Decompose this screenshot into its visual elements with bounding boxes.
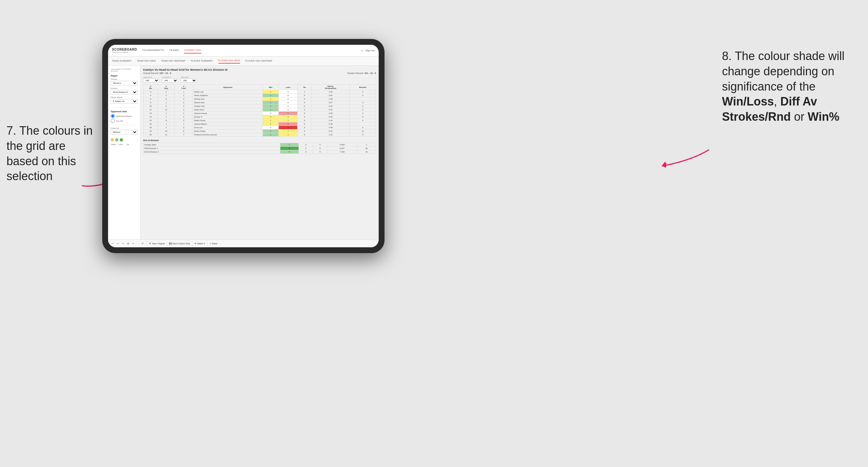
gender-label: Gender — [111, 78, 137, 80]
player-rank-label: Player (Rank) — [111, 96, 137, 98]
dot-button[interactable]: · — [136, 242, 139, 245]
col-div: #Div — [144, 85, 158, 90]
cell-loss: 0 — [299, 147, 313, 150]
h2h-table: #Div #Reg #Conf Opponent Win Loss Tie Di… — [143, 84, 376, 136]
table-row: 16 1 1 Jessica Mason 1 2 0 -0.94 — [144, 122, 376, 126]
cell-rounds: 2 — [357, 143, 376, 147]
radio-opponents-played[interactable]: Opponents Played — [111, 114, 137, 118]
cell-loss: 1 — [279, 119, 298, 122]
conference-select[interactable]: (All) — [162, 79, 178, 83]
cell-opponent: Jessica Huang — [193, 112, 262, 115]
grid-button[interactable]: ⊞ — [126, 242, 130, 246]
cell-opponent: Sydney Kuo — [193, 97, 262, 101]
nav-committee[interactable]: COMMITTEE — [184, 48, 201, 54]
cell-loss: 1 — [279, 129, 298, 133]
watch-action[interactable]: 👁 Watch ▾ — [194, 242, 205, 245]
cell-conf: 6 — [175, 129, 193, 133]
sub-nav-team-summary[interactable]: TEAM SUMMARY — [112, 58, 132, 63]
share-action[interactable]: ↗ Share — [209, 242, 217, 245]
player-rank-select[interactable]: 8. Katelyn Vo — [111, 99, 137, 103]
eye-icon: 👁 — [149, 242, 151, 245]
cell-conf: 3 — [175, 104, 193, 108]
cell-diff: 1.29 — [311, 119, 349, 122]
cell-tie: 0 — [313, 143, 327, 147]
cell-name: Foreign Team — [144, 143, 280, 147]
cell-opponent: Emily Chang — [193, 129, 262, 133]
cell-tie: 0 — [298, 126, 311, 129]
cell-tie: 0 — [298, 97, 311, 101]
tablet-frame: SCOREBOARD Powered by clippd TOURNAMENTS… — [102, 39, 384, 253]
undo-button[interactable]: ↩ — [111, 242, 115, 246]
colour-by-select[interactable]: Win/loss — [111, 130, 137, 134]
cell-tie: 0 — [298, 104, 311, 108]
cell-div: 10 — [144, 104, 158, 108]
col-win: Win — [262, 85, 279, 90]
toolbar-divider-3 — [192, 242, 192, 246]
legend-up-label: Up — [125, 144, 131, 145]
cell-conf: 1 — [175, 90, 193, 94]
sidebar-player-section: Player — [111, 75, 137, 77]
watch-icon: 👁 — [194, 242, 197, 245]
radio-top100[interactable]: Top 100 — [111, 119, 137, 123]
opponents-select[interactable]: (All) — [143, 79, 159, 83]
cut-button[interactable]: ✂ — [131, 242, 135, 246]
cell-loss: 0 — [279, 101, 298, 104]
cell-rounds: 3 — [349, 94, 376, 97]
cell-reg: 1 — [158, 122, 175, 126]
cell-diff: 7.400 — [327, 150, 357, 154]
bottom-toolbar: ↩ ↩ ↪ ⊞ ✂ · ⏱ 👁 View: Original 💾 Save Cu… — [108, 240, 379, 247]
save-custom-action[interactable]: 💾 Save Custom View — [169, 242, 190, 245]
cell-opponent: Heejo Hyun — [193, 108, 262, 112]
cell-win: 1 — [262, 122, 279, 126]
table-row: 5 2 2 Alexis Sudjianto 1 0 0 4.00 3 — [144, 94, 376, 97]
sub-nav-team-h2h-heatmap[interactable]: TEAM H2H HEATMAP — [161, 58, 185, 63]
table-row: 18 2 2 Euna Lee 0 3 0 -5.00 2 — [144, 126, 376, 129]
cell-loss: 2 — [279, 122, 298, 126]
cell-opponent: Eunice Yi — [193, 115, 262, 119]
cell-div: 14 — [144, 115, 158, 119]
colour-by-label: Colour by — [111, 127, 137, 129]
sub-nav-player-summary[interactable]: PLAYER SUMMARY — [191, 58, 213, 63]
cell-tie: 0 — [298, 108, 311, 112]
cell-rounds: 2 — [349, 112, 376, 115]
undo2-button[interactable]: ↩ — [116, 242, 120, 246]
cell-opponent: Stella Cheng — [193, 119, 262, 122]
cell-rounds: 4 — [349, 104, 376, 108]
cell-div: 11 — [144, 108, 158, 112]
gender-select[interactable]: Women's — [111, 81, 137, 85]
redo-button[interactable]: ↪ — [121, 242, 125, 246]
cell-win: 2 — [262, 133, 279, 136]
opponent-view-section: Opponent view — [111, 110, 137, 113]
sub-nav-player-h2h-grid[interactable]: PLAYER H2H GRID — [218, 58, 240, 64]
cell-div: 9 — [144, 101, 158, 104]
cell-div: 5 — [144, 94, 158, 97]
sign-out-button[interactable]: Sign out — [365, 49, 375, 52]
cell-diff: 3.67 — [311, 101, 349, 104]
division-label: Division — [111, 87, 137, 89]
cell-diff: -0.94 — [311, 122, 349, 126]
opponent-select[interactable]: (All) — [181, 79, 197, 83]
sub-nav-player-h2h-heatmap[interactable]: PLAYER H2H HEATMAP — [245, 58, 273, 63]
cell-opponent: Esther Lee — [193, 90, 262, 94]
cell-conf: 4 — [175, 115, 193, 119]
nav-bar: SCOREBOARD Powered by clippd TOURNAMENTS… — [108, 45, 379, 57]
cell-win: 1 — [262, 101, 279, 104]
nav-tournaments[interactable]: TOURNAMENTS — [142, 48, 164, 54]
record-row: Overall Record: 353 - 34 - 6 Division Re… — [143, 72, 376, 74]
cell-loss: 2 — [279, 115, 298, 119]
legend-row — [111, 138, 137, 142]
timer-button[interactable]: ⏱ — [141, 242, 145, 245]
out-of-division-row: NAIA Division 1 15 0 0 9.267 30 — [144, 147, 376, 150]
division-select[interactable]: NCAA Division III — [111, 90, 137, 94]
view-original-action[interactable]: 👁 View: Original — [149, 242, 165, 245]
cell-win: 1 — [262, 108, 279, 112]
cell-win: 5 — [280, 150, 299, 154]
cell-rounds: 3 — [349, 108, 376, 112]
nav-teams[interactable]: TEAMS — [169, 48, 179, 54]
cell-reg: 6 — [158, 104, 175, 108]
cell-loss: 0 — [299, 150, 313, 154]
logo-sub: Powered by clippd — [112, 51, 137, 53]
cell-tie: 0 — [298, 122, 311, 126]
sub-nav-team-h2h-grid[interactable]: TEAM H2H GRID — [137, 58, 156, 63]
cell-conf: 1 — [175, 122, 193, 126]
